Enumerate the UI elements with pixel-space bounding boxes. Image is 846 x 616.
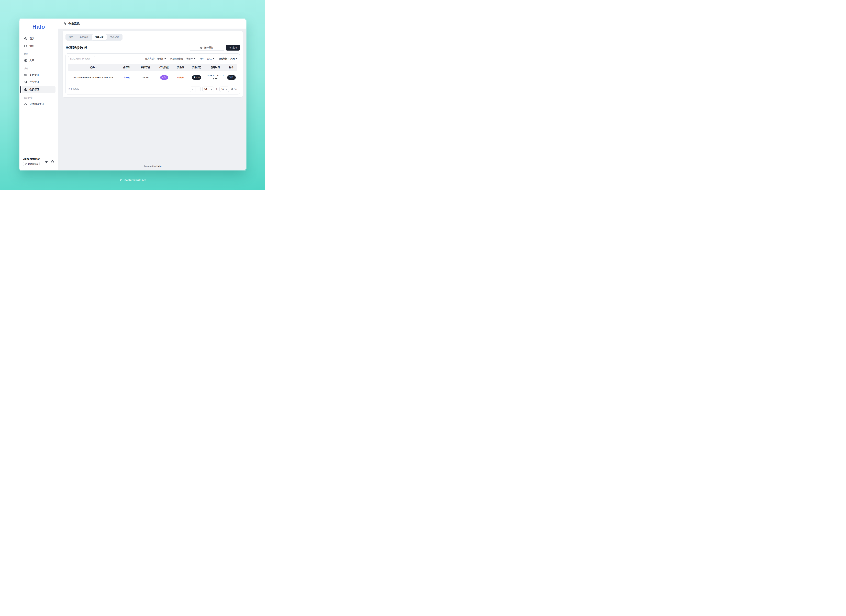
filter-label: 行为类型： xyxy=(145,57,156,60)
search-input[interactable] xyxy=(68,56,95,62)
table-footer: 共 1 项数据 xyxy=(68,87,237,92)
user-circle-icon xyxy=(24,37,27,40)
tree-icon xyxy=(24,103,27,106)
bag-check-icon xyxy=(24,88,27,91)
filter-value: 请选择 xyxy=(157,57,163,60)
powered-by: Powered by Halo xyxy=(63,163,243,170)
cell-referral-code[interactable]: lywq xyxy=(124,76,129,79)
sidebar-item-label: 会员管理 xyxy=(29,88,39,91)
filter-auto-refresh[interactable]: 自动刷新： 关闭 xyxy=(219,57,237,60)
page-select[interactable]: 1/1 xyxy=(202,87,214,92)
sidebar-item-label: 文章 xyxy=(29,59,34,62)
sidebar-section-content: 内容 xyxy=(24,53,53,56)
next-page-button[interactable] xyxy=(195,87,200,92)
tab-member-levels[interactable]: 会员等级 xyxy=(77,34,91,40)
column-header-referral-code: 推荐码 xyxy=(118,64,136,71)
filter-reward-status[interactable]: 奖励处理状态： 请选择 xyxy=(171,57,195,60)
prev-page-button[interactable] xyxy=(190,87,195,92)
caption-text: Captured with Arc xyxy=(124,179,146,181)
sidebar-item-my[interactable]: 我的 xyxy=(22,35,56,42)
column-header-actions: 操作 xyxy=(225,64,237,71)
sidebar-item-label: 消息 xyxy=(29,44,34,47)
page-size-select[interactable]: 10 xyxy=(219,87,229,92)
shield-icon xyxy=(24,81,27,84)
table-row: adca1f7ba56649829d803b8ab5d2dc86 lywq ad… xyxy=(68,71,237,84)
filter-label: 排序： xyxy=(200,57,206,60)
sidebar-item-category-reading-management[interactable]: 分类阅读管理 xyxy=(22,101,56,107)
page-title: 会员系统 xyxy=(68,22,80,26)
sidebar-item-label: 产品管理 xyxy=(29,81,39,84)
user-actions xyxy=(45,160,54,163)
query-button-label: 查询 xyxy=(232,46,237,49)
size-unit-label: 条 / 页 xyxy=(231,88,237,91)
detail-button[interactable]: 详情 xyxy=(227,75,236,80)
calendar-icon xyxy=(200,46,203,49)
gear-icon[interactable] xyxy=(45,160,48,163)
filter-sort[interactable]: 排序： 默认 xyxy=(200,57,214,60)
sidebar: Halo 我的 消息 xyxy=(19,19,58,170)
sidebar-item-members[interactable]: 会员管理 xyxy=(22,86,56,93)
sidebar-item-messages[interactable]: 消息 xyxy=(22,43,56,49)
column-header-record-id: 记录ID xyxy=(68,64,118,71)
date-picker-label: 选择日期 xyxy=(205,46,213,49)
column-header-created-time: 创建时间 xyxy=(205,64,225,71)
filter-behavior-type[interactable]: 行为类型： 请选择 xyxy=(145,57,166,60)
powered-by-prefix: Powered by xyxy=(144,165,156,167)
logout-icon[interactable] xyxy=(51,160,54,163)
app-header: 会员系统 xyxy=(58,19,246,29)
date-picker[interactable]: 选择日期 xyxy=(189,45,224,51)
sidebar-section-system: 系统 xyxy=(24,67,53,70)
tab-transaction-records[interactable]: 交易记录 xyxy=(107,34,122,40)
records-panel: 行为类型： 请选择 奖励处理状态： 请选择 xyxy=(65,53,240,94)
cell-record-id: adca1f7ba56649829d803b8ab5d2dc86 xyxy=(68,71,118,84)
sidebar-item-payment[interactable]: 支付管理 xyxy=(22,72,56,78)
sidebar-item-articles[interactable]: 文章 xyxy=(22,57,56,64)
bag-check-icon xyxy=(62,22,66,25)
caret-down-icon xyxy=(213,58,214,59)
user-name: Administrator xyxy=(23,157,40,160)
article-icon xyxy=(24,59,27,62)
status-badge: 未处理 xyxy=(192,75,202,80)
caret-down-icon xyxy=(194,58,195,59)
sidebar-user-panel: Administrator 超级管理员 xyxy=(19,154,58,170)
query-button[interactable]: 查询 xyxy=(226,45,240,51)
halo-logo-text: Halo xyxy=(32,23,45,30)
title-row: 推荐记录数据 选择日期 xyxy=(65,45,240,51)
user-info: Administrator 超级管理员 xyxy=(23,157,40,166)
content-area: 概览 会员等级 推荐记录 交易记录 推荐记录数据 xyxy=(58,29,246,170)
records-toolbar: 行为类型： 请选择 奖励处理状态： 请选择 xyxy=(68,56,237,62)
app-window: Halo 我的 消息 xyxy=(19,19,246,170)
search-icon xyxy=(229,47,231,49)
halo-brand-link[interactable]: Halo xyxy=(156,165,162,167)
query-controls: 选择日期 查询 xyxy=(189,45,240,51)
filter-value: 请选择 xyxy=(187,57,193,60)
section-title: 推荐记录数据 xyxy=(65,45,87,50)
main-area: 会员系统 概览 会员等级 推荐记录 交易记录 推荐记录数据 xyxy=(58,19,246,170)
chevron-right-icon xyxy=(51,74,53,76)
sidebar-item-label: 分类阅读管理 xyxy=(29,103,44,106)
tab-referral-records[interactable]: 推荐记录 xyxy=(92,34,107,40)
cell-reward-value: 0 积分 xyxy=(177,76,184,79)
sidebar-item-label: 支付管理 xyxy=(29,73,39,76)
role-badge: 超级管理员 xyxy=(23,162,40,166)
column-header-referee: 被推荐者 xyxy=(136,64,155,71)
column-header-reward-status: 奖励状态 xyxy=(188,64,205,71)
page-select-value: 1/1 xyxy=(204,88,207,91)
sidebar-item-products[interactable]: 产品管理 xyxy=(22,79,56,86)
member-system-card: 概览 会员等级 推荐记录 交易记录 推荐记录数据 xyxy=(63,31,243,97)
total-count: 共 1 项数据 xyxy=(68,88,79,91)
pagination: 1/1 页 10 条 / 页 xyxy=(190,87,237,92)
yen-circle-icon xyxy=(24,73,27,76)
column-header-reward-value: 奖励值 xyxy=(173,64,188,71)
table-header-row: 记录ID 推荐码 被推荐者 行为类型 奖励值 奖励状态 创建时间 操作 xyxy=(68,64,237,71)
chevron-down-icon xyxy=(226,89,228,90)
caret-down-icon xyxy=(236,58,237,59)
behavior-badge: 访问 xyxy=(160,75,168,80)
tab-bar: 概览 会员等级 推荐记录 交易记录 xyxy=(65,34,122,41)
message-icon xyxy=(24,44,27,47)
arc-logo-icon xyxy=(119,178,123,182)
filter-value: 默认 xyxy=(207,57,212,60)
sidebar-section-category-reading: 分类阅读 xyxy=(24,96,53,99)
tab-overview[interactable]: 概览 xyxy=(66,34,76,40)
sidebar-item-label: 我的 xyxy=(29,37,34,40)
